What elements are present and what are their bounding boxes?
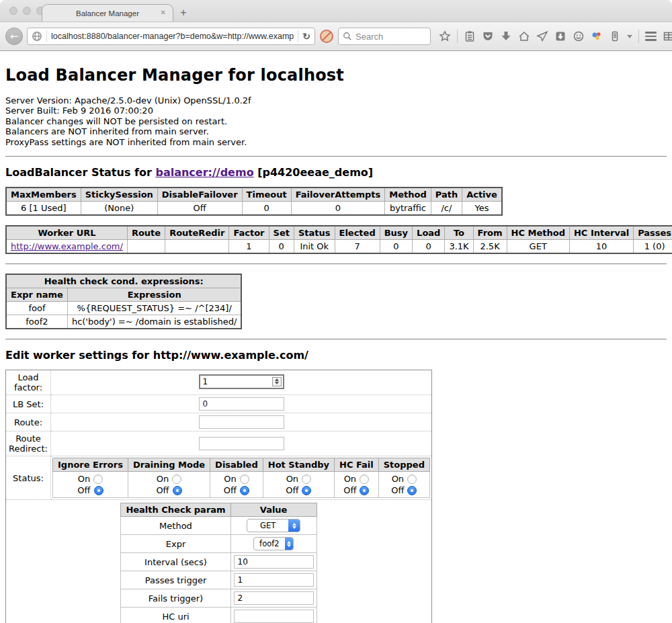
url-bar[interactable]: localhost:8880/balancer-manager?b=demo&w… — [27, 28, 315, 45]
on-label: On — [224, 474, 236, 484]
hot-standby-on-radio[interactable] — [302, 474, 311, 484]
health-check-expressions-table: Health check cond. expressions: Expr nam… — [5, 274, 242, 329]
cell: /c/ — [431, 202, 462, 216]
method-select-value: GET — [247, 520, 288, 532]
home-icon[interactable] — [518, 30, 530, 42]
stopped-off-radio[interactable] — [407, 486, 417, 495]
header-cell: From — [473, 226, 507, 240]
menu-hamburger-icon[interactable] — [645, 32, 657, 41]
tab-balancer-manager[interactable]: Balancer Manager ✕ — [42, 4, 173, 22]
off-label: Off — [286, 485, 298, 495]
tab-bar: Balancer Manager ✕ + — [0, 0, 672, 22]
draining-mode-off-radio[interactable] — [173, 486, 182, 495]
cell: foof — [6, 302, 67, 315]
cell: 0 — [269, 240, 294, 254]
interval-label: Interval (secs) — [121, 553, 230, 571]
cell: Init Ok — [294, 240, 335, 254]
search-bar[interactable] — [338, 28, 431, 45]
table-header-row: Health Check param Value — [121, 503, 317, 517]
header-cell: Disabled — [210, 458, 263, 472]
pocket-icon[interactable] — [482, 30, 494, 42]
method-label: Method — [121, 517, 230, 535]
fails-input[interactable] — [234, 591, 314, 605]
hot-standby-off-radio[interactable] — [302, 486, 311, 495]
cell: 1 (0) — [634, 240, 672, 254]
window-controls[interactable] — [9, 7, 44, 15]
divider-rule — [5, 263, 667, 265]
toolbar-divider — [638, 30, 639, 43]
draining-mode-on-radio[interactable] — [172, 474, 181, 484]
site-identity-globe-icon[interactable] — [32, 31, 42, 42]
chat-smiley-icon[interactable] — [573, 30, 585, 42]
load-factor-value: 1 — [203, 377, 208, 386]
ignore-errors-off-radio[interactable] — [94, 486, 103, 495]
disabled-off-radio[interactable] — [240, 486, 249, 495]
hc-uri-input[interactable] — [234, 610, 314, 623]
lb-set-input[interactable] — [199, 397, 284, 411]
ignore-errors-on-radio[interactable] — [93, 474, 103, 484]
on-label: On — [392, 474, 404, 484]
cell: 0 — [242, 202, 291, 216]
persist-notice-line: Balancer changes will NOT be persisted o… — [5, 116, 667, 126]
form-row-route-redirect: Route Redirect: — [6, 431, 432, 456]
off-label: Off — [156, 485, 169, 495]
route-label: Route: — [6, 413, 51, 431]
off-label: Off — [343, 485, 356, 495]
download-icon[interactable] — [500, 30, 512, 42]
select-stepper-icon — [288, 520, 300, 532]
addon-download-icon[interactable] — [554, 30, 566, 42]
colored-dots-extension-icon[interactable] — [591, 30, 603, 42]
plugin-blocked-icon[interactable] — [319, 29, 334, 44]
expr-select[interactable]: foof2 — [253, 537, 294, 550]
stopped-on-radio[interactable] — [407, 474, 417, 484]
worker-url-link[interactable]: http://www.example.com/ — [11, 241, 123, 251]
header-cell: Path — [431, 188, 462, 202]
number-stepper-icon[interactable] — [272, 377, 282, 386]
off-label: Off — [77, 485, 90, 495]
page-title: Load Balancer Manager for localhost — [5, 66, 667, 85]
cell: hc('body') =~ /domain is established/ — [67, 315, 241, 329]
form-row-lb-set: LB Set: — [6, 395, 432, 413]
new-tab-button[interactable]: + — [173, 4, 194, 22]
header-cell: HC Fail — [335, 458, 379, 472]
header-cell: Hot Standby — [263, 458, 334, 472]
cell: (None) — [81, 202, 157, 216]
tab-close-icon[interactable]: ✕ — [161, 9, 166, 16]
hc-fail-on-radio[interactable] — [360, 474, 369, 484]
urlbar-divider — [46, 30, 47, 42]
url-text[interactable]: localhost:8880/balancer-manager?b=demo&w… — [51, 32, 294, 41]
off-label: Off — [391, 485, 404, 495]
form-row-method: Method GET — [121, 517, 317, 535]
server-built-line: Server Built: Feb 9 2016 07:00:20 — [5, 106, 667, 116]
grid-newspaper-icon[interactable] — [663, 30, 672, 42]
cell: 0 — [413, 240, 445, 254]
status-label: Status: — [6, 456, 51, 500]
search-input[interactable] — [355, 32, 423, 42]
bookmark-star-icon[interactable] — [439, 30, 451, 42]
route-input[interactable] — [199, 415, 284, 429]
passes-input[interactable] — [234, 573, 314, 587]
header-cell: Elected — [335, 226, 380, 240]
header-cell: StickySession — [81, 188, 157, 202]
route-redirect-input[interactable] — [199, 437, 284, 450]
disabled-on-radio[interactable] — [240, 474, 249, 484]
send-icon[interactable] — [536, 30, 548, 42]
health-check-param-table: Health Check param Value Method GET — [120, 503, 317, 623]
form-row-fails: Fails trigger) — [121, 589, 317, 608]
load-factor-input[interactable]: 1 — [199, 374, 284, 389]
form-row-passes: Passes trigger — [121, 571, 317, 589]
reload-button[interactable]: ↻ — [302, 31, 310, 42]
interval-input[interactable] — [234, 555, 314, 569]
method-select[interactable]: GET — [247, 519, 300, 532]
hc-fail-off-radio[interactable] — [360, 486, 369, 495]
window-close-button[interactable] — [9, 7, 17, 15]
header-cell: DisableFailover — [157, 188, 242, 202]
reading-list-icon[interactable] — [464, 30, 476, 42]
form-row-route: Route: — [6, 413, 432, 431]
chevron-down-icon[interactable] — [627, 35, 632, 38]
back-button[interactable]: ← — [5, 28, 23, 45]
table-row: foof %{REQUEST_STATUS} =~ /^[234]/ — [6, 302, 241, 315]
battery-extension-icon[interactable] — [609, 30, 621, 42]
window-minimize-button[interactable] — [23, 7, 31, 15]
balancer-demo-link[interactable]: balancer://demo — [155, 166, 253, 179]
